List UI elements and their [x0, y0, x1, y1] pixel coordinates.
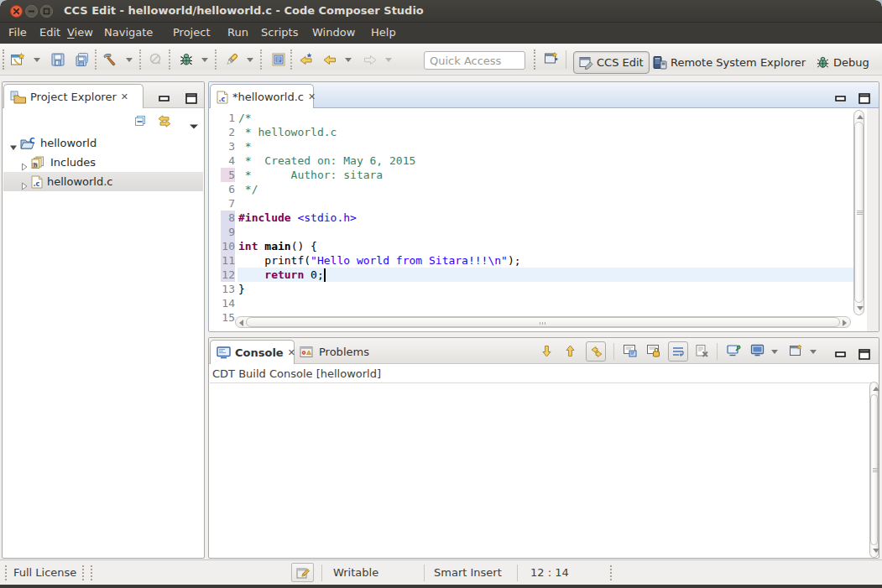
project-explorer-tab[interactable]: Project Explorer ✕ — [3, 84, 144, 109]
blue-window-icon — [271, 52, 286, 67]
debug-perspective-icon — [816, 55, 830, 70]
tree-item-label: Includes — [50, 156, 96, 169]
project-explorer-icon — [10, 91, 26, 104]
status-bar: Full License Writable Smart Insert 12 : … — [0, 559, 882, 585]
project-explorer-close-icon[interactable]: ✕ — [121, 91, 128, 102]
clear-console-button[interactable] — [695, 344, 709, 361]
display-console-button[interactable] — [750, 344, 765, 361]
thumb-grip-icon — [540, 322, 545, 325]
perspective-ccs-edit[interactable]: CCS Edit — [573, 51, 650, 74]
tree-item-includes[interactable]: hIncludes — [3, 153, 203, 172]
overview-ruler — [867, 108, 879, 331]
previous-error-button[interactable] — [563, 344, 577, 362]
scrollbar-thumb[interactable] — [870, 394, 878, 545]
window-minimize-button[interactable] — [25, 5, 38, 18]
toolbar-grip — [534, 49, 536, 70]
back-dropdown-arrow[interactable] — [345, 58, 352, 62]
scroll-down-arrow-icon[interactable] — [857, 306, 864, 310]
ccs-window: CCS Edit - helloworld/helloworld.c - Cod… — [0, 0, 882, 588]
console-minimize-button[interactable] — [835, 347, 847, 357]
project-explorer-minimize-button[interactable] — [159, 91, 170, 101]
show-stderr-button[interactable] — [646, 344, 660, 361]
writable-indicator-button[interactable] — [291, 563, 314, 582]
scrollbar-thumb[interactable] — [854, 122, 864, 303]
forward-dropdown-arrow[interactable] — [385, 58, 392, 62]
menu-item-file[interactable]: File — [8, 26, 27, 39]
menu-item-edit[interactable]: Edit — [39, 26, 60, 39]
last-edit-location-button[interactable] — [299, 52, 314, 67]
flash-button[interactable] — [224, 52, 239, 67]
console-maximize-button[interactable] — [859, 347, 870, 357]
new-button[interactable] — [10, 52, 25, 67]
build-dropdown-arrow[interactable] — [126, 58, 133, 62]
save-all-button[interactable] — [75, 52, 90, 67]
new-dropdown-arrow[interactable] — [34, 58, 40, 62]
console-content[interactable]: CDT Build Console [helloworld] — [210, 364, 878, 557]
editor-minimize-button[interactable] — [835, 91, 847, 101]
window-maximize-button[interactable] — [40, 5, 53, 18]
scroll-up-arrow-icon[interactable] — [857, 115, 864, 119]
build-button[interactable] — [102, 52, 117, 67]
console-tab[interactable]: Console ✕ — [210, 340, 295, 365]
debug-dropdown-arrow[interactable] — [201, 58, 208, 62]
perspective-debug[interactable]: Debug — [811, 51, 874, 74]
expander-closed-icon[interactable] — [20, 178, 29, 186]
forward-button[interactable] — [363, 52, 378, 67]
view-menu-button[interactable] — [189, 117, 199, 133]
save-button[interactable] — [50, 52, 65, 67]
window-close-button[interactable] — [10, 5, 23, 18]
scroll-down-arrow-icon[interactable] — [873, 549, 879, 553]
menu-item-help[interactable]: Help — [371, 26, 396, 39]
editor-tab-close-icon[interactable]: ✕ — [308, 91, 316, 102]
debug-button[interactable] — [179, 52, 194, 67]
editor-maximize-button[interactable] — [859, 91, 870, 101]
view-menu-icon — [189, 123, 199, 130]
project-explorer-maximize-button[interactable] — [185, 91, 197, 101]
open-console-button[interactable] — [789, 344, 803, 361]
console-tab-close-icon[interactable]: ✕ — [288, 347, 295, 358]
scroll-up-arrow-icon[interactable] — [873, 387, 879, 391]
tree-item-helloworld[interactable]: Chelloworld — [3, 133, 203, 153]
target-config-button[interactable] — [271, 52, 286, 67]
console-view: Console ✕ Problems CDT Build Console [he… — [208, 337, 879, 559]
expander-closed-icon[interactable] — [20, 159, 29, 167]
perspective-label: Remote System Explorer — [671, 56, 806, 69]
editor-horizontal-scrollbar[interactable] — [235, 316, 851, 328]
problems-tab[interactable]: Problems — [296, 340, 369, 364]
menu-item-scripts[interactable]: Scripts — [261, 26, 298, 39]
menu-item-window[interactable]: Window — [312, 26, 355, 39]
open-perspective-button[interactable] — [544, 51, 559, 66]
quick-access-input[interactable] — [424, 51, 525, 70]
pin-console-icon — [727, 344, 741, 357]
show-error-in-editor-button[interactable] — [586, 341, 606, 362]
editor-tab[interactable]: .c *helloworld.c ✕ — [210, 84, 314, 109]
perspective-remote-system-explorer[interactable]: Remote System Explorer — [648, 51, 811, 74]
code-editor[interactable]: 1/*2 * helloworld.c3 *4 * Created on: Ma… — [210, 108, 878, 330]
build-hammer-icon — [102, 52, 117, 67]
open-console-dropdown-arrow[interactable] — [810, 350, 817, 354]
menu-item-view[interactable]: View — [67, 26, 93, 39]
display-console-dropdown-arrow[interactable] — [771, 350, 778, 354]
line-number: 7 — [221, 196, 235, 211]
toolbar-grip — [3, 49, 5, 70]
flash-dropdown-arrow[interactable] — [247, 58, 253, 62]
expander-open-icon[interactable] — [9, 139, 18, 148]
link-with-editor-button[interactable] — [157, 114, 172, 132]
pin-console-button[interactable] — [727, 344, 741, 361]
scroll-left-arrow-icon[interactable] — [239, 320, 243, 326]
scrollbar-thumb[interactable] — [246, 317, 840, 327]
back-button[interactable] — [322, 52, 337, 67]
menu-item-run[interactable]: Run — [227, 26, 248, 39]
collapse-all-button[interactable] — [133, 114, 148, 132]
menu-bar: FileEditViewNavigateProjectRunScriptsWin… — [0, 23, 882, 44]
tree-item-helloworld-c[interactable]: .chelloworld.c — [3, 172, 203, 191]
next-error-button[interactable] — [540, 344, 554, 362]
editor-vertical-scrollbar[interactable] — [853, 110, 864, 315]
menu-item-project[interactable]: Project — [173, 26, 210, 39]
show-stdout-button[interactable] — [623, 344, 637, 361]
word-wrap-button[interactable] — [668, 341, 688, 362]
launch-disabled-button[interactable] — [148, 52, 163, 67]
menu-item-navigate[interactable]: Navigate — [104, 26, 153, 39]
scroll-right-arrow-icon[interactable] — [843, 320, 847, 326]
console-vertical-scrollbar[interactable] — [869, 382, 879, 558]
